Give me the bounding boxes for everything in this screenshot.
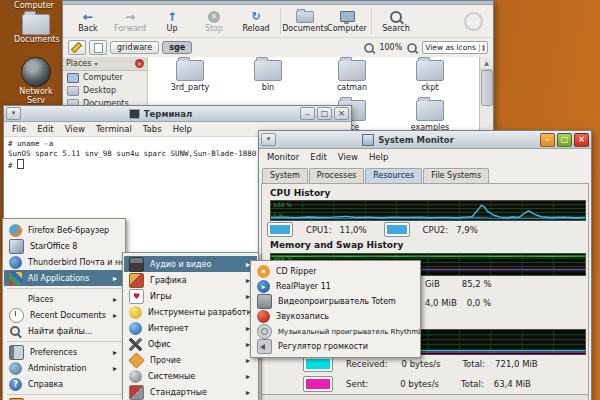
close-button[interactable] bbox=[334, 107, 349, 120]
edit-location-button[interactable] bbox=[68, 40, 86, 55]
blank-icon bbox=[9, 293, 22, 306]
folder-label: 3rd_party bbox=[160, 83, 220, 92]
menu-item-label: Administration bbox=[28, 364, 87, 373]
desktop-icon-computer[interactable]: Computer bbox=[6, 1, 62, 10]
menu-item-label: Интернет bbox=[148, 324, 189, 333]
menu-view[interactable]: View bbox=[65, 124, 85, 134]
menu-item-label: StarOffice 8 bbox=[30, 242, 77, 251]
launch-menu: Firefox Веб-браузер StarOffice 8 Thunder… bbox=[2, 218, 126, 400]
folder-examples[interactable]: examples bbox=[400, 100, 460, 132]
documents-button[interactable]: Documents bbox=[284, 6, 326, 36]
menu-item-recent-documents[interactable]: Recent Documents bbox=[4, 307, 124, 323]
menu-separator bbox=[7, 288, 121, 289]
menu-item-volume-control[interactable]: Регулятор громкости bbox=[252, 339, 419, 354]
desktop-icon-documents[interactable]: Documents bbox=[14, 14, 58, 44]
menu-item-office[interactable]: Офис bbox=[124, 336, 257, 352]
menu-item-staroffice[interactable]: StarOffice 8 bbox=[4, 238, 124, 254]
menu-item-realplayer[interactable]: RealPlayer 11 bbox=[252, 279, 419, 294]
breadcrumb-sge[interactable]: sge bbox=[162, 41, 192, 54]
menu-item-sound-recorder[interactable]: Звукозапись bbox=[252, 309, 419, 324]
window-menu-button[interactable] bbox=[261, 133, 276, 146]
tab-file-systems[interactable]: File Systems bbox=[423, 168, 489, 183]
sent-legend-row: Sent: 0 bytes/s Total: 63,4 MiB bbox=[304, 377, 531, 391]
scrollbar-thumb[interactable] bbox=[481, 70, 493, 106]
minimize-button[interactable]: – bbox=[540, 133, 555, 147]
menu-edit[interactable]: Edit bbox=[310, 152, 326, 162]
menu-item-firefox[interactable]: Firefox Веб-браузер bbox=[4, 222, 124, 238]
menu-item-rhythmbox[interactable]: Музыкальный проигрыватель Rhythmbox bbox=[252, 324, 419, 339]
back-button[interactable]: Back bbox=[67, 6, 109, 36]
zoom-out-icon[interactable] bbox=[365, 43, 375, 53]
breadcrumb-gridware[interactable]: gridware bbox=[110, 41, 159, 54]
menu-item-help[interactable]: Справка bbox=[4, 376, 124, 392]
view-mode-select[interactable]: View as Icons ▲▼ bbox=[422, 41, 488, 54]
menu-item-places[interactable]: Places bbox=[4, 291, 124, 307]
folder-catman[interactable]: catman bbox=[322, 60, 382, 92]
folder-label: ckpt bbox=[400, 83, 460, 92]
menu-file[interactable]: File bbox=[12, 124, 26, 134]
scroll-up-arrow-icon[interactable]: ▲ bbox=[480, 57, 493, 70]
menu-edit[interactable]: Edit bbox=[37, 124, 53, 134]
forward-button[interactable]: Forward bbox=[109, 6, 151, 36]
submenu-arrow-icon bbox=[113, 311, 120, 320]
menu-item-administration[interactable]: Administration bbox=[4, 360, 124, 376]
menu-item-audio-video[interactable]: Аудио и видео bbox=[124, 256, 257, 272]
axis-label: 0 % bbox=[273, 213, 284, 219]
search-button[interactable]: Search bbox=[375, 6, 417, 36]
menu-item-preferences[interactable]: Preferences bbox=[4, 344, 124, 360]
folder-bin[interactable]: bin bbox=[238, 60, 298, 92]
desktop-icon-network-servers[interactable]: Network Serv bbox=[10, 57, 62, 105]
window-menu-button[interactable] bbox=[6, 107, 21, 120]
menu-tabs[interactable]: Tabs bbox=[143, 124, 162, 134]
menu-item-graphics[interactable]: Графика bbox=[124, 272, 257, 288]
tab-system[interactable]: System bbox=[262, 168, 308, 183]
reload-button[interactable]: Reload bbox=[235, 6, 277, 36]
terminal-titlebar[interactable]: Терминал bbox=[4, 106, 351, 122]
menu-item-totem[interactable]: Видеопроигрыватель Totem bbox=[252, 294, 419, 309]
menu-item-all-applications[interactable]: All Applications bbox=[4, 270, 124, 286]
zoom-in-icon[interactable] bbox=[407, 43, 417, 53]
maximize-button[interactable] bbox=[317, 107, 332, 120]
menu-help[interactable]: Help bbox=[369, 152, 388, 162]
menu-item-development[interactable]: Инструменты разработки bbox=[124, 304, 257, 320]
minimize-button[interactable] bbox=[300, 107, 315, 120]
totem-icon bbox=[257, 294, 272, 309]
received-legend-row: Received: 0 bytes/s Total: 721,0 MiB bbox=[304, 357, 538, 371]
folder-3rd-party[interactable]: 3rd_party bbox=[160, 60, 220, 92]
maximize-button[interactable]: □ bbox=[557, 133, 572, 147]
tab-processes[interactable]: Processes bbox=[309, 168, 364, 183]
menu-item-internet[interactable]: Интернет bbox=[124, 320, 257, 336]
menu-item-thunderbird[interactable]: Thunderbird Почта и новости bbox=[4, 254, 124, 270]
tab-resources[interactable]: Resources bbox=[365, 168, 422, 183]
desktop-icon-label: Documents bbox=[14, 35, 58, 44]
memory-legend-row: GiB 85,2 % bbox=[425, 279, 492, 289]
folder-ckpt[interactable]: ckpt bbox=[400, 60, 460, 92]
close-sidebar-button[interactable]: × bbox=[135, 59, 144, 68]
places-header[interactable]: Places bbox=[66, 59, 91, 68]
memory-history-heading: Memory and Swap History bbox=[270, 240, 403, 250]
close-button[interactable]: × bbox=[574, 133, 589, 147]
menu-item-system[interactable]: Системные bbox=[124, 368, 257, 384]
system-monitor-titlebar[interactable]: System Monitor – □ × bbox=[259, 131, 591, 149]
menu-item-games[interactable]: Игры bbox=[124, 288, 257, 304]
menu-item-find-files[interactable]: Найти файлы... bbox=[4, 323, 124, 339]
menu-item-label: Firefox Веб-браузер bbox=[28, 226, 109, 235]
received-swatch bbox=[304, 357, 332, 371]
folder-icon bbox=[176, 60, 204, 81]
menu-item-other[interactable]: Прочие bbox=[124, 352, 257, 368]
menu-view[interactable]: View bbox=[338, 152, 358, 162]
cpu1-value: 11,0% bbox=[340, 225, 367, 235]
menu-item-cd-ripper[interactable]: CD Ripper bbox=[252, 264, 419, 279]
sidebar-item-computer[interactable]: Computer bbox=[63, 71, 147, 84]
stop-button[interactable]: ×Stop bbox=[193, 6, 235, 36]
sidebar-item-desktop[interactable]: Desktop bbox=[63, 84, 147, 97]
menu-monitor[interactable]: Monitor bbox=[267, 152, 299, 162]
menu-help[interactable]: Help bbox=[173, 124, 192, 134]
up-button[interactable]: Up bbox=[151, 6, 193, 36]
menu-item-label: Звукозапись bbox=[276, 312, 329, 321]
computer-button[interactable]: Computer bbox=[326, 6, 368, 36]
menu-terminal[interactable]: Terminal bbox=[96, 124, 132, 134]
sent-total-value: 63,4 MiB bbox=[494, 379, 531, 389]
menu-item-accessories[interactable]: Стандартные bbox=[124, 384, 257, 400]
menu-item-label: Стандартные bbox=[150, 388, 207, 397]
